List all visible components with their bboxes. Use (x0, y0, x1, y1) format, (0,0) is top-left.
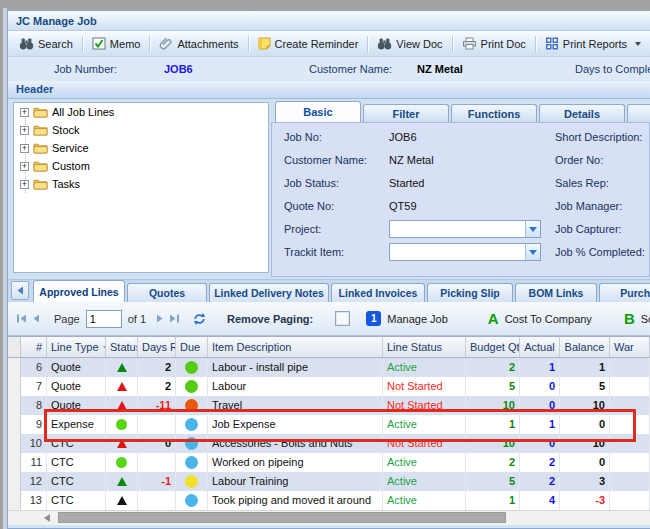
due-orange-icon (185, 399, 198, 412)
tree-node-stock[interactable]: +Stock (14, 121, 268, 139)
tab-scroll-left-button[interactable] (11, 281, 29, 300)
status-circle-green-icon (116, 457, 127, 468)
basic-tab-panel: Job No:JOB6Customer Name:NZ MetalJob Sta… (271, 122, 650, 277)
tab-quotes[interactable]: Quotes (127, 283, 207, 302)
grid-cell-due (176, 453, 208, 472)
tree-node-label: Service (52, 142, 89, 154)
project-dropdown[interactable] (389, 220, 541, 238)
tab-linked-invoices[interactable]: Linked Invoices (331, 283, 425, 302)
legend-label: Cost To Company (505, 313, 592, 325)
scrollbar-thumb[interactable] (58, 512, 506, 523)
tree-node-tasks[interactable]: +Tasks (14, 175, 268, 193)
expand-plus-icon[interactable]: + (20, 162, 29, 171)
column-header-label: War (614, 341, 634, 353)
table-row-11[interactable]: 11CTCWorked on pipeingActive220 (8, 453, 650, 472)
column-header-budget-qty[interactable]: Budget Qty (466, 337, 520, 357)
chevron-down-icon[interactable] (525, 221, 540, 237)
horizontal-scrollbar[interactable] (8, 510, 650, 525)
tab-linked-delivery-notes[interactable]: Linked Delivery Notes (209, 283, 329, 302)
grid-cell-war (610, 415, 650, 434)
grid-cell-status (106, 396, 138, 415)
customer-name-value: NZ Metal (417, 57, 463, 81)
table-row-7[interactable]: 7Quote2LabourNot Started505 (8, 377, 650, 396)
tab-partial[interactable] (627, 104, 650, 122)
tree-node-custom[interactable]: +Custom (14, 157, 268, 175)
expand-plus-icon[interactable]: + (20, 126, 29, 135)
column-header-label: Status (110, 341, 138, 353)
job-no-label: Job No: (284, 131, 322, 143)
grid-cell-balance: -3 (560, 491, 610, 510)
toolbar-button-label: Create Reminder (275, 38, 359, 50)
next-page-button[interactable] (156, 314, 165, 323)
column-header-label: Actual (524, 341, 555, 353)
header-content: +All Job Lines+Stock+Service+Custom+Task… (8, 99, 650, 279)
grid-cell-line_status: Active (383, 415, 466, 434)
legend-letter-a-icon: A (488, 311, 499, 326)
view-doc-button[interactable]: View Doc (372, 35, 447, 52)
cost-to-company-legend-button[interactable]: ACost To Company (488, 311, 592, 326)
tab-purchase[interactable]: Purchase (599, 283, 650, 302)
grid-cell-line_type: Quote (47, 358, 106, 377)
search-button[interactable]: Search (14, 35, 78, 52)
grid-cell-days: 0 (138, 434, 176, 453)
last-page-button[interactable] (169, 314, 180, 323)
tree-node-all-job-lines[interactable]: +All Job Lines (14, 103, 268, 121)
column-header-status[interactable]: Status (106, 337, 138, 357)
column-header-label: Days Re (142, 341, 176, 353)
expand-plus-icon[interactable]: + (20, 108, 29, 117)
page-number-input[interactable] (86, 310, 122, 328)
column-header-line-type[interactable]: Line Type (47, 337, 106, 357)
grid-cell-budget: 2 (466, 453, 520, 472)
print-doc-button[interactable]: Print Doc (457, 35, 531, 52)
refresh-icon[interactable] (192, 312, 207, 326)
attachments-button[interactable]: Attachments (154, 35, 243, 52)
scroll-left-arrow-icon[interactable] (44, 514, 50, 522)
trackit-item-dropdown[interactable] (389, 243, 541, 261)
table-row-13[interactable]: 13CTCTook piping and moved it aroundActi… (8, 491, 650, 510)
expand-plus-icon[interactable]: + (20, 180, 29, 189)
column-header-blank[interactable]: # (21, 337, 47, 357)
grid-cell-ind (8, 377, 21, 396)
column-header-war[interactable]: War (610, 337, 650, 357)
tree-node-label: Tasks (52, 178, 80, 190)
create-reminder-button[interactable]: Create Reminder (253, 35, 364, 52)
tab-approved-lines[interactable]: Approved Lines (33, 280, 125, 302)
tab-functions[interactable]: Functions (451, 104, 537, 122)
remove-paging-checkbox[interactable] (335, 311, 350, 326)
expand-plus-icon[interactable]: + (20, 144, 29, 153)
column-header-line-status[interactable]: Line Status (383, 337, 466, 357)
chevron-down-icon[interactable] (525, 244, 540, 260)
grid-cell-item: Worked on pipeing (208, 453, 383, 472)
legend: 1Manage JobACost To CompanyBScope CreepC (350, 311, 650, 326)
manage-job-legend-button[interactable]: 1Manage Job (366, 311, 448, 326)
print-reports-button[interactable]: Print Reports (540, 35, 646, 52)
table-row-6[interactable]: 6Quote2Labour - install pipeActive211 (8, 358, 650, 377)
due-yellow-icon (185, 475, 198, 488)
tab-bom-links[interactable]: BOM Links (515, 283, 597, 302)
first-page-button[interactable] (16, 314, 27, 323)
column-header-indicator[interactable] (8, 337, 21, 357)
tree-node-service[interactable]: +Service (14, 139, 268, 157)
scope-creep-legend-button[interactable]: BScope Creep (624, 311, 650, 326)
page-label: Page (54, 313, 80, 325)
column-header-balance[interactable]: Balance (560, 337, 610, 357)
column-header-item-description[interactable]: Item Description (208, 337, 383, 357)
dropdown-caret-icon (635, 42, 641, 46)
column-header-label: Budget Qty (470, 341, 520, 353)
memo-button[interactable]: Memo (87, 35, 146, 52)
grid-cell-actual: 2 (520, 453, 560, 472)
table-row-9[interactable]: 9ExpenseJob ExpenseActive110 (8, 415, 650, 434)
column-header-days-re[interactable]: Days Re (138, 337, 176, 357)
job-detail-area: BasicFilterFunctionsDetails Job No:JOB6C… (271, 101, 650, 277)
table-row-8[interactable]: 8Quote-11TravelNot Started10010 (8, 396, 650, 415)
grid-cell-balance: 1 (560, 358, 610, 377)
tab-basic[interactable]: Basic (275, 101, 361, 122)
tab-details[interactable]: Details (539, 104, 625, 122)
tab-filter[interactable]: Filter (363, 104, 449, 122)
table-row-12[interactable]: 12CTC-1Labour TrainingActive523 (8, 472, 650, 491)
prev-page-button[interactable] (31, 314, 40, 323)
column-header-actual[interactable]: Actual (520, 337, 560, 357)
column-header-due[interactable]: Due (176, 337, 208, 357)
table-row-10[interactable]: 10CTC0Accessories - Bolts and NutsNot St… (8, 434, 650, 453)
tab-picking-slip[interactable]: Picking Slip (427, 283, 513, 302)
